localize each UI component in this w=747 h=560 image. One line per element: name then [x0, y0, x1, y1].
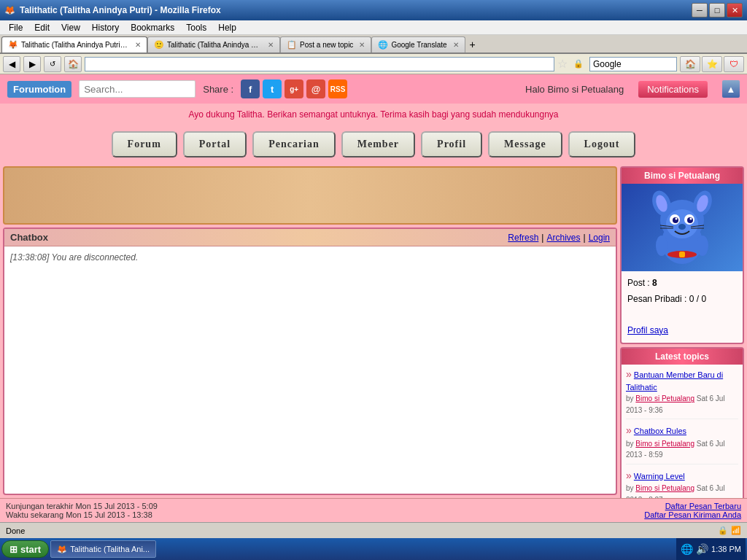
address-input[interactable]: talithatic.forumid.net/forum	[85, 57, 554, 71]
svg-point-21	[697, 236, 708, 256]
greeting-text: Halo Bimo si Petualang	[525, 84, 624, 95]
menu-tools[interactable]: Tools	[180, 21, 212, 34]
svg-point-13	[678, 224, 686, 230]
forumotion-logo[interactable]: Forumotion	[7, 81, 71, 98]
forumotion-search-input[interactable]	[79, 80, 196, 98]
nav-buttons: Forum Portal Pencarian Member Profil Mes…	[0, 125, 747, 163]
toolbar-btn-2[interactable]: ⭐	[702, 56, 722, 72]
start-button[interactable]: ⊞ start	[1, 540, 49, 558]
taskbar-item-0[interactable]: 🦊 Talithatic (Talitha Ani...	[50, 540, 156, 558]
menu-bookmarks[interactable]: Bookmarks	[125, 21, 180, 34]
menu-view[interactable]: View	[55, 21, 86, 34]
svg-rect-19	[679, 252, 685, 257]
toolbar-btn-3[interactable]: 🛡	[724, 56, 744, 72]
rss-icon[interactable]: RSS	[328, 79, 347, 98]
footer-left: Kunjungan terakhir Mon 15 Jul 2013 - 5:0…	[6, 502, 158, 519]
forumotion-right: Halo Bimo si Petualang Notifications ▲	[525, 80, 740, 98]
taskbar-item-label: Talithatic (Talitha Ani...	[70, 545, 150, 553]
browser-window: 🦊 Talithatic (Talitha Anindya Putri) - M…	[0, 0, 747, 560]
forward-button[interactable]: ▶	[23, 56, 41, 72]
window-controls: ─ □ ✕	[692, 3, 743, 18]
menu-file[interactable]: File	[3, 21, 28, 34]
post-label: Post :	[627, 278, 652, 288]
tab-1-close[interactable]: ✕	[268, 41, 274, 49]
toolbar-btn-1[interactable]: 🏠	[680, 56, 700, 72]
topic-author-0[interactable]: Bimo si Petualang	[635, 394, 694, 402]
maximize-button[interactable]: □	[709, 3, 725, 18]
scroll-up-button[interactable]: ▲	[722, 80, 740, 98]
tab-3-close[interactable]: ✕	[453, 41, 459, 49]
refresh-link[interactable]: Refresh	[508, 233, 538, 243]
close-button[interactable]: ✕	[727, 3, 743, 18]
topic-bullet-2: »	[626, 470, 632, 481]
back-button[interactable]: ◀	[3, 56, 20, 72]
svg-point-20	[656, 236, 667, 256]
browser-icon: 🦊	[4, 5, 15, 15]
user-stats: Post : 8 Pesan Pribadi : 0 / 0 Profil sa…	[622, 271, 743, 343]
pencarian-button[interactable]: Pencarian	[252, 131, 336, 158]
start-label: start	[20, 544, 41, 555]
new-tab-button[interactable]: +	[465, 36, 480, 52]
title-text: 🦊 Talithatic (Talitha Anindya Putri) - M…	[4, 5, 692, 15]
chatbox-body: [13:38:08] You are disconnected.	[4, 246, 616, 429]
menu-bar: File Edit View History Bookmarks Tools H…	[0, 20, 747, 35]
volume-icon: 🔊	[696, 543, 708, 555]
tab-2[interactable]: 📋 Post a new topic ✕	[280, 36, 371, 52]
main-area: Chatbox Refresh | Archives | Login	[0, 163, 747, 498]
member-button[interactable]: Member	[341, 131, 415, 158]
archives-link[interactable]: Archives	[546, 233, 580, 243]
minimize-button[interactable]: ─	[692, 3, 708, 18]
menu-history[interactable]: History	[86, 21, 125, 34]
tab-1[interactable]: 🙂 Talithatic (Talitha Anindya Putri) ✕	[147, 36, 280, 52]
tab-0-icon: 🦊	[8, 40, 18, 50]
tab-2-close[interactable]: ✕	[359, 41, 365, 49]
topic-link-2[interactable]: Warning Level	[634, 472, 685, 481]
address-bar: ◀ ▶ ↺ 🏠 talithatic.forumid.net/forum ☆ 🔒…	[0, 54, 747, 74]
tab-0-close[interactable]: ✕	[135, 41, 141, 49]
email-icon[interactable]: @	[306, 79, 325, 98]
login-link[interactable]: Login	[589, 233, 610, 243]
main-column: Chatbox Refresh | Archives | Login	[3, 166, 617, 495]
status-bar: Done 🔒 📶	[0, 522, 747, 538]
googleplus-icon[interactable]: g+	[285, 79, 303, 98]
status-icons: 🔒 📶	[718, 526, 741, 535]
profil-button[interactable]: Profil	[421, 131, 482, 158]
portal-button[interactable]: Portal	[183, 131, 247, 158]
topics-panel: Latest topics » Bantuan Member Baru di T…	[620, 347, 744, 498]
topics-body: » Bantuan Member Baru di Talithatic by B…	[622, 365, 743, 498]
topic-item-2: » Warning Level by Bimo si Petualang Sat…	[626, 469, 738, 498]
taskbar-clock: 1:38 PM	[711, 545, 741, 553]
topic-meta-2: by Bimo si Petualang Sat 6 Jul 2013 - 8:…	[626, 484, 725, 498]
search-input[interactable]	[589, 57, 677, 71]
twitter-icon[interactable]: t	[263, 79, 282, 98]
right-sidebar: Bimo si Petualang	[620, 166, 744, 495]
bookmark-star-icon[interactable]: ☆	[557, 57, 568, 71]
forum-button[interactable]: Forum	[112, 131, 177, 158]
topics-header: Latest topics	[622, 349, 743, 365]
topic-link-1[interactable]: Chatbox Rules	[634, 427, 686, 435]
tab-2-label: Post a new topic	[300, 41, 353, 49]
windows-logo-icon: ⊞	[9, 544, 18, 555]
status-text: Done	[6, 526, 25, 535]
tab-3[interactable]: 🌐 Google Translate ✕	[371, 36, 465, 52]
new-messages-link[interactable]: Daftar Pesan Terbaru	[665, 502, 741, 510]
profile-link[interactable]: Profil saya	[627, 325, 668, 335]
tab-3-icon: 🌐	[378, 40, 388, 50]
topic-author-2[interactable]: Bimo si Petualang	[635, 484, 694, 492]
taskbar: ⊞ start 🦊 Talithatic (Talitha Ani... 🌐 🔊…	[0, 538, 747, 560]
private-msg-count: 0 / 0	[689, 294, 706, 304]
menu-help[interactable]: Help	[212, 21, 242, 34]
logout-button[interactable]: Logout	[568, 131, 636, 158]
reload-button[interactable]: ↺	[44, 56, 61, 72]
menu-edit[interactable]: Edit	[28, 21, 55, 34]
sent-messages-link[interactable]: Daftar Pesan Kiriman Anda	[644, 510, 741, 519]
tab-0[interactable]: 🦊 Talithatic (Talitha Anindya Putri) - W…	[1, 36, 147, 52]
home-button[interactable]: 🏠	[64, 56, 82, 72]
topic-link-0[interactable]: Bantuan Member Baru di Talithatic	[626, 370, 723, 392]
support-banner: Ayo dukung Talitha. Berikan semangat unt…	[0, 104, 747, 125]
notifications-button[interactable]: Notifications	[638, 81, 708, 98]
facebook-icon[interactable]: f	[241, 79, 260, 98]
topic-item-1: » Chatbox Rules by Bimo si Petualang Sat…	[626, 424, 738, 464]
message-button[interactable]: Message	[488, 131, 562, 158]
topic-author-1[interactable]: Bimo si Petualang	[635, 440, 694, 448]
